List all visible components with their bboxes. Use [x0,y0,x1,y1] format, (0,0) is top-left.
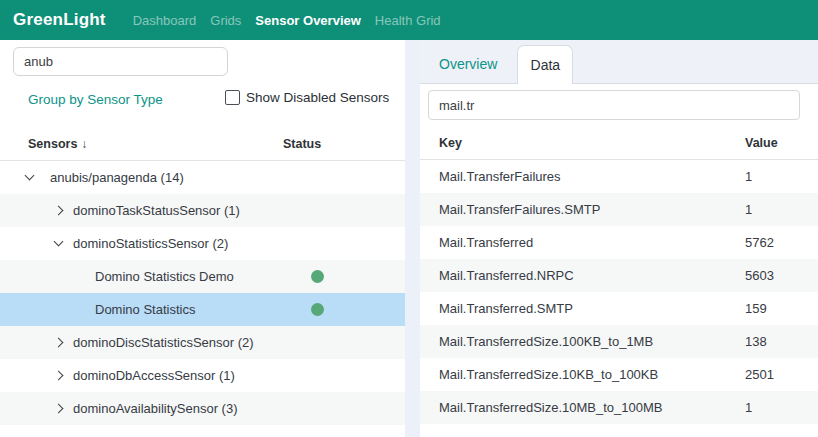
tab-data[interactable]: Data [517,45,573,84]
chevron-right-icon[interactable] [54,404,64,414]
stat-key: Mail.TransferredSize.10MB_to_100MB [439,400,663,415]
app-logo: GreenLight [13,10,106,30]
sensor-list-panel: Group by Sensor Type Show Disabled Senso… [0,40,405,437]
stat-key: Mail.TransferredSize.100KB_to_1MB [439,334,653,349]
kv-table-header: Key Value [420,127,818,160]
sort-descending-icon: ↓ [81,137,87,151]
chevron-right-icon[interactable] [54,371,64,381]
tab-overview[interactable]: Overview [426,45,510,83]
nav-grids[interactable]: Grids [203,13,248,28]
top-header: GreenLight Dashboard Grids Sensor Overvi… [0,0,818,40]
stat-value: 1 [745,169,752,184]
status-ok-dot [311,270,324,283]
chevron-right-icon[interactable] [54,206,64,216]
show-disabled-checkbox[interactable] [225,90,240,105]
sensor-tree-row[interactable]: dominoDiscStatisticsSensor (2) [0,326,405,359]
kv-table-row[interactable]: Mail.Transferred5762 [420,226,818,259]
sensor-label: dominoDbAccessSensor (1) [73,368,235,383]
sensor-tree-body: anubis/panagenda (14)dominoTaskStatusSen… [0,161,405,425]
kv-table-row[interactable]: Mail.TransferFailures1 [420,160,818,193]
sensor-tree-row[interactable]: dominoTaskStatusSensor (1) [0,194,405,227]
sensor-tree-row[interactable]: anubis/panagenda (14) [0,161,405,194]
sensor-label: dominoStatisticsSensor (2) [73,236,228,251]
sensor-tree-row[interactable]: dominoDbAccessSensor (1) [0,359,405,392]
kv-table-row[interactable]: Mail.TransferFailures.SMTP1 [420,193,818,226]
stat-key: Mail.TransferFailures.SMTP [439,202,600,217]
sensor-label: Domino Statistics [95,302,195,317]
sensor-tree-row[interactable]: dominoStatisticsSensor (2) [0,227,405,260]
nav-sensor-overview[interactable]: Sensor Overview [248,13,368,28]
stat-value: 138 [745,334,767,349]
stat-key: Mail.Transferred.NRPC [439,268,574,283]
sensor-tree-row[interactable]: Domino Statistics [0,293,405,326]
stat-value: 2501 [745,367,774,382]
sensor-tree-row[interactable]: Domino Statistics Demo [0,260,405,293]
stat-value: 159 [745,301,767,316]
sensors-column-header[interactable]: Sensors↓ [28,137,87,151]
chevron-down-icon[interactable] [25,171,35,181]
main-nav: Dashboard Grids Sensor Overview Health G… [126,13,448,28]
key-filter-input[interactable] [428,90,800,120]
sensor-label: anubis/panagenda (14) [50,170,184,185]
stat-key: Mail.Transferred.SMTP [439,301,573,316]
nav-dashboard[interactable]: Dashboard [126,13,204,28]
value-column-header[interactable]: Value [745,136,778,150]
status-ok-dot [311,303,324,316]
stat-value: 5762 [745,235,774,250]
stat-value: 1 [745,400,752,415]
sensor-tree-row[interactable]: dominoAvailabilitySensor (3) [0,392,405,425]
chevron-right-icon[interactable] [54,338,64,348]
status-column-header[interactable]: Status [283,137,321,151]
panel-divider [405,40,420,437]
nav-health-grid[interactable]: Health Grid [368,13,448,28]
kv-table-row[interactable]: Mail.TransferredSize.100KB_to_1MB138 [420,325,818,358]
kv-table-body: Mail.TransferFailures1Mail.TransferFailu… [420,160,818,424]
greenlight-app: GreenLight Dashboard Grids Sensor Overvi… [0,0,818,437]
sensor-label: dominoTaskStatusSensor (1) [73,203,240,218]
sensor-label: dominoDiscStatisticsSensor (2) [73,335,254,350]
key-value-table: Key Value Mail.TransferFailures1Mail.Tra… [420,127,818,424]
kv-table-row[interactable]: Mail.Transferred.SMTP159 [420,292,818,325]
chevron-down-icon[interactable] [54,237,64,247]
stat-key: Mail.TransferredSize.10KB_to_100KB [439,367,658,382]
kv-table-row[interactable]: Mail.TransferredSize.10KB_to_100KB2501 [420,358,818,391]
sensor-search-input[interactable] [13,47,228,76]
show-disabled-label: Show Disabled Sensors [246,90,389,105]
stat-key: Mail.Transferred [439,235,533,250]
sensor-label: dominoAvailabilitySensor (3) [73,401,238,416]
sensor-detail-panel: Overview Data Key Value Mail.TransferFai… [420,40,818,437]
sensor-table-header: Sensors↓ Status [0,128,405,161]
stat-value: 1 [745,202,752,217]
detail-tabbar: Overview Data [420,40,818,84]
stat-key: Mail.TransferFailures [439,169,561,184]
kv-table-row[interactable]: Mail.Transferred.NRPC5603 [420,259,818,292]
stat-value: 5603 [745,268,774,283]
group-by-sensor-type-link[interactable]: Group by Sensor Type [28,92,163,107]
sensor-label: Domino Statistics Demo [95,269,234,284]
key-column-header[interactable]: Key [439,136,462,150]
list-controls: Group by Sensor Type Show Disabled Senso… [0,76,405,128]
kv-table-row[interactable]: Mail.TransferredSize.10MB_to_100MB1 [420,391,818,424]
